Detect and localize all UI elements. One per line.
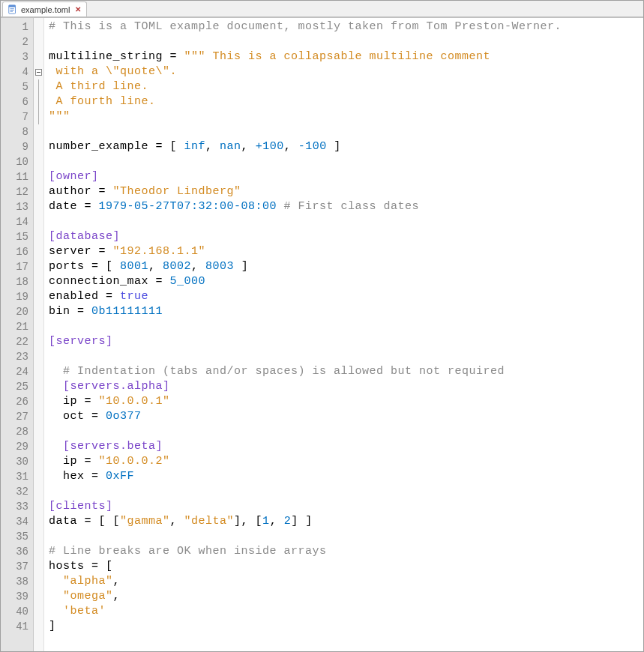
fold-cell xyxy=(34,454,43,469)
close-icon[interactable]: ✕ xyxy=(74,6,82,13)
line-number: 30 xyxy=(1,454,33,469)
line-number: 39 xyxy=(1,589,33,604)
code-line[interactable] xyxy=(49,214,643,229)
code-line[interactable]: # This is a TOML example document, mostl… xyxy=(49,19,643,34)
code-line[interactable]: # Line breaks are OK when inside arrays xyxy=(49,544,643,559)
code-line[interactable]: A fourth line. xyxy=(49,94,643,109)
fold-cell xyxy=(34,109,43,124)
line-number: 2 xyxy=(1,34,33,49)
line-number: 20 xyxy=(1,304,33,319)
fold-cell xyxy=(34,19,43,34)
code-line[interactable]: ports = [ 8001, 8002, 8003 ] xyxy=(49,259,643,274)
line-number: 7 xyxy=(1,109,33,124)
code-line[interactable]: multiline_string = """ This is a collaps… xyxy=(49,49,643,64)
line-number: 25 xyxy=(1,379,33,394)
line-number: 19 xyxy=(1,289,33,304)
svg-rect-4 xyxy=(10,10,13,11)
code-line[interactable]: hex = 0xFF xyxy=(49,469,643,484)
code-line[interactable]: oct = 0o377 xyxy=(49,409,643,424)
code-line[interactable] xyxy=(49,349,643,364)
fold-cell xyxy=(34,619,43,634)
fold-cell xyxy=(34,334,43,349)
line-number: 38 xyxy=(1,574,33,589)
line-number: 29 xyxy=(1,439,33,454)
fold-cell xyxy=(34,229,43,244)
code-content[interactable]: # This is a TOML example document, mostl… xyxy=(44,18,643,651)
code-line[interactable]: "omega", xyxy=(49,589,643,604)
fold-cell xyxy=(34,544,43,559)
line-number: 14 xyxy=(1,214,33,229)
code-line[interactable]: A third line. xyxy=(49,79,643,94)
fold-cell xyxy=(34,274,43,289)
fold-cell xyxy=(34,139,43,154)
fold-cell xyxy=(34,79,43,94)
line-number: 32 xyxy=(1,484,33,499)
code-line[interactable] xyxy=(49,319,643,334)
fold-toggle-icon[interactable] xyxy=(35,69,42,76)
file-tab[interactable]: example.toml ✕ xyxy=(2,1,87,16)
line-number: 27 xyxy=(1,409,33,424)
code-line[interactable]: ] xyxy=(49,619,643,634)
fold-cell xyxy=(34,154,43,169)
svg-rect-2 xyxy=(10,8,14,9)
fold-cell xyxy=(34,604,43,619)
fold-cell[interactable] xyxy=(34,64,43,79)
code-line[interactable] xyxy=(49,154,643,169)
code-line[interactable]: [database] xyxy=(49,229,643,244)
line-number: 12 xyxy=(1,184,33,199)
code-line[interactable]: """ xyxy=(49,109,643,124)
code-line[interactable]: with a \"quote\". xyxy=(49,64,643,79)
editor-area: 1234567891011121314151617181920212223242… xyxy=(1,17,643,651)
line-number: 37 xyxy=(1,559,33,574)
fold-cell xyxy=(34,469,43,484)
code-line[interactable]: number_example = [ inf, nan, +100, -100 … xyxy=(49,139,643,154)
line-number: 1 xyxy=(1,19,33,34)
editor-window: example.toml ✕ 1234567891011121314151617… xyxy=(0,0,644,652)
code-line[interactable]: hosts = [ xyxy=(49,559,643,574)
code-line[interactable] xyxy=(49,484,643,499)
code-line[interactable]: connection_max = 5_000 xyxy=(49,274,643,289)
code-line[interactable]: [owner] xyxy=(49,169,643,184)
line-number: 28 xyxy=(1,424,33,439)
line-number: 24 xyxy=(1,364,33,379)
fold-cell xyxy=(34,394,43,409)
line-number: 35 xyxy=(1,529,33,544)
code-line[interactable]: ip = "10.0.0.2" xyxy=(49,454,643,469)
fold-cell xyxy=(34,169,43,184)
code-line[interactable]: author = "Theodor Lindberg" xyxy=(49,184,643,199)
line-number: 3 xyxy=(1,49,33,64)
code-line[interactable]: ip = "10.0.0.1" xyxy=(49,394,643,409)
line-number: 33 xyxy=(1,499,33,514)
line-number: 36 xyxy=(1,544,33,559)
code-line[interactable]: enabled = true xyxy=(49,289,643,304)
code-line[interactable]: bin = 0b11111111 xyxy=(49,304,643,319)
line-number: 17 xyxy=(1,259,33,274)
code-line[interactable]: data = [ ["gamma", "delta"], [1, 2] ] xyxy=(49,514,643,529)
code-line[interactable] xyxy=(49,424,643,439)
fold-guide-line xyxy=(38,94,39,109)
code-line[interactable] xyxy=(49,124,643,139)
line-number: 31 xyxy=(1,469,33,484)
fold-cell xyxy=(34,94,43,109)
code-line[interactable]: server = "192.168.1.1" xyxy=(49,244,643,259)
code-line[interactable]: # Indentation (tabs and/or spaces) is al… xyxy=(49,364,643,379)
fold-cell xyxy=(34,484,43,499)
code-line[interactable]: [servers.alpha] xyxy=(49,379,643,394)
code-line[interactable]: "alpha", xyxy=(49,574,643,589)
code-line[interactable] xyxy=(49,34,643,49)
code-line[interactable]: date = 1979-05-27T07:32:00-08:00 # First… xyxy=(49,199,643,214)
fold-cell xyxy=(34,409,43,424)
fold-cell xyxy=(34,289,43,304)
line-number: 6 xyxy=(1,94,33,109)
code-line[interactable]: [servers] xyxy=(49,334,643,349)
code-line[interactable]: 'beta' xyxy=(49,604,643,619)
line-number: 34 xyxy=(1,514,33,529)
fold-cell xyxy=(34,589,43,604)
tab-filename: example.toml xyxy=(21,5,70,14)
code-line[interactable] xyxy=(49,529,643,544)
fold-cell xyxy=(34,379,43,394)
code-line[interactable]: [clients] xyxy=(49,499,643,514)
fold-cell xyxy=(34,574,43,589)
fold-cell xyxy=(34,244,43,259)
code-line[interactable]: [servers.beta] xyxy=(49,439,643,454)
